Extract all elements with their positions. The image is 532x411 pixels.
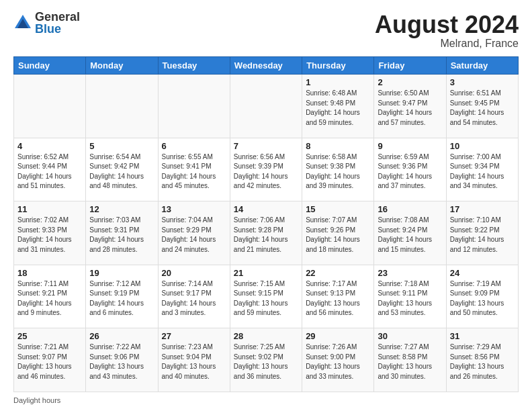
day-info: Sunrise: 6:52 AM Sunset: 9:44 PM Dayligh…	[17, 152, 82, 191]
weekday-header-sunday: Sunday	[14, 57, 86, 75]
day-number: 4	[17, 141, 82, 151]
calendar-cell: 14Sunrise: 7:06 AM Sunset: 9:28 PM Dayli…	[230, 201, 302, 265]
day-number: 5	[89, 141, 154, 151]
header: General Blue August 2024 Melrand, France	[13, 11, 519, 50]
day-number: 28	[234, 331, 298, 341]
day-number: 12	[89, 204, 154, 214]
day-number: 13	[162, 204, 226, 214]
calendar-cell: 20Sunrise: 7:14 AM Sunset: 9:17 PM Dayli…	[158, 265, 230, 328]
weekday-header-row: SundayMondayTuesdayWednesdayThursdayFrid…	[14, 57, 519, 75]
day-number: 27	[162, 331, 226, 341]
day-number: 17	[450, 204, 515, 214]
day-number: 22	[306, 268, 370, 278]
day-number: 25	[17, 331, 82, 341]
calendar-cell: 15Sunrise: 7:07 AM Sunset: 9:26 PM Dayli…	[302, 201, 374, 265]
day-info: Sunrise: 7:23 AM Sunset: 9:04 PM Dayligh…	[162, 342, 226, 381]
day-number: 19	[89, 268, 154, 278]
day-number: 31	[450, 331, 515, 341]
day-number: 10	[450, 141, 515, 151]
calendar-cell: 31Sunrise: 7:29 AM Sunset: 8:56 PM Dayli…	[446, 328, 518, 392]
day-info: Sunrise: 7:02 AM Sunset: 9:33 PM Dayligh…	[17, 216, 82, 255]
calendar-cell: 24Sunrise: 7:19 AM Sunset: 9:09 PM Dayli…	[446, 265, 518, 328]
calendar-cell: 30Sunrise: 7:27 AM Sunset: 8:58 PM Dayli…	[374, 328, 446, 392]
day-info: Sunrise: 6:56 AM Sunset: 9:39 PM Dayligh…	[234, 152, 298, 191]
calendar-cell: 19Sunrise: 7:12 AM Sunset: 9:19 PM Dayli…	[86, 265, 158, 328]
day-info: Sunrise: 6:58 AM Sunset: 9:38 PM Dayligh…	[306, 152, 370, 191]
day-info: Sunrise: 6:55 AM Sunset: 9:41 PM Dayligh…	[162, 152, 226, 191]
calendar-cell: 6Sunrise: 6:55 AM Sunset: 9:41 PM Daylig…	[158, 138, 230, 201]
calendar-cell: 13Sunrise: 7:04 AM Sunset: 9:29 PM Dayli…	[158, 201, 230, 265]
day-info: Sunrise: 7:07 AM Sunset: 9:26 PM Dayligh…	[306, 216, 370, 255]
calendar-cell: 3Sunrise: 6:51 AM Sunset: 9:45 PM Daylig…	[446, 75, 518, 138]
day-number: 24	[450, 268, 515, 278]
logo: General Blue	[13, 11, 80, 35]
day-info: Sunrise: 7:00 AM Sunset: 9:34 PM Dayligh…	[450, 152, 515, 191]
calendar-cell: 9Sunrise: 6:59 AM Sunset: 9:36 PM Daylig…	[374, 138, 446, 201]
calendar-cell: 22Sunrise: 7:17 AM Sunset: 9:13 PM Dayli…	[302, 265, 374, 328]
day-info: Sunrise: 7:25 AM Sunset: 9:02 PM Dayligh…	[234, 342, 298, 381]
day-info: Sunrise: 6:59 AM Sunset: 9:36 PM Dayligh…	[378, 152, 442, 191]
day-number: 30	[378, 331, 442, 341]
month-year: August 2024	[375, 11, 519, 39]
day-number: 9	[378, 141, 442, 151]
day-info: Sunrise: 7:15 AM Sunset: 9:15 PM Dayligh…	[234, 279, 298, 318]
day-number: 6	[162, 141, 226, 151]
day-info: Sunrise: 7:11 AM Sunset: 9:21 PM Dayligh…	[17, 279, 82, 318]
calendar-cell: 21Sunrise: 7:15 AM Sunset: 9:15 PM Dayli…	[230, 265, 302, 328]
weekday-header-thursday: Thursday	[302, 57, 374, 75]
day-info: Sunrise: 6:50 AM Sunset: 9:47 PM Dayligh…	[378, 89, 442, 128]
day-info: Sunrise: 7:17 AM Sunset: 9:13 PM Dayligh…	[306, 279, 370, 318]
calendar-cell: 28Sunrise: 7:25 AM Sunset: 9:02 PM Dayli…	[230, 328, 302, 392]
day-number: 20	[162, 268, 226, 278]
calendar-cell: 10Sunrise: 7:00 AM Sunset: 9:34 PM Dayli…	[446, 138, 518, 201]
calendar-cell: 26Sunrise: 7:22 AM Sunset: 9:06 PM Dayli…	[86, 328, 158, 392]
day-info: Sunrise: 6:54 AM Sunset: 9:42 PM Dayligh…	[89, 152, 154, 191]
calendar-cell: 11Sunrise: 7:02 AM Sunset: 9:33 PM Dayli…	[14, 201, 86, 265]
day-number: 1	[306, 77, 370, 87]
logo-general: General	[35, 11, 80, 23]
calendar-cell: 29Sunrise: 7:26 AM Sunset: 9:00 PM Dayli…	[302, 328, 374, 392]
week-row-4: 18Sunrise: 7:11 AM Sunset: 9:21 PM Dayli…	[14, 265, 519, 328]
day-info: Sunrise: 7:12 AM Sunset: 9:19 PM Dayligh…	[89, 279, 154, 318]
logo-blue: Blue	[35, 23, 80, 35]
calendar-cell: 5Sunrise: 6:54 AM Sunset: 9:42 PM Daylig…	[86, 138, 158, 201]
day-number: 16	[378, 204, 442, 214]
week-row-3: 11Sunrise: 7:02 AM Sunset: 9:33 PM Dayli…	[14, 201, 519, 265]
day-number: 14	[234, 204, 298, 214]
weekday-header-tuesday: Tuesday	[158, 57, 230, 75]
calendar-cell: 4Sunrise: 6:52 AM Sunset: 9:44 PM Daylig…	[14, 138, 86, 201]
day-info: Sunrise: 7:04 AM Sunset: 9:29 PM Dayligh…	[162, 216, 226, 255]
logo-icon	[13, 13, 32, 32]
day-info: Sunrise: 7:18 AM Sunset: 9:11 PM Dayligh…	[378, 279, 442, 318]
calendar-table: SundayMondayTuesdayWednesdayThursdayFrid…	[13, 56, 519, 392]
weekday-header-friday: Friday	[374, 57, 446, 75]
calendar-cell	[158, 75, 230, 138]
calendar-cell: 12Sunrise: 7:03 AM Sunset: 9:31 PM Dayli…	[86, 201, 158, 265]
calendar-cell: 7Sunrise: 6:56 AM Sunset: 9:39 PM Daylig…	[230, 138, 302, 201]
day-number: 29	[306, 331, 370, 341]
day-info: Sunrise: 6:51 AM Sunset: 9:45 PM Dayligh…	[450, 89, 515, 128]
calendar-cell: 23Sunrise: 7:18 AM Sunset: 9:11 PM Dayli…	[374, 265, 446, 328]
day-number: 23	[378, 268, 442, 278]
logo-text: General Blue	[35, 11, 80, 35]
day-number: 26	[89, 331, 154, 341]
day-info: Sunrise: 7:22 AM Sunset: 9:06 PM Dayligh…	[89, 342, 154, 381]
calendar-cell: 2Sunrise: 6:50 AM Sunset: 9:47 PM Daylig…	[374, 75, 446, 138]
day-number: 18	[17, 268, 82, 278]
day-number: 7	[234, 141, 298, 151]
day-info: Sunrise: 7:06 AM Sunset: 9:28 PM Dayligh…	[234, 216, 298, 255]
daylight-label: Daylight hours	[13, 396, 60, 404]
weekday-header-monday: Monday	[86, 57, 158, 75]
weekday-header-saturday: Saturday	[446, 57, 518, 75]
day-info: Sunrise: 7:08 AM Sunset: 9:24 PM Dayligh…	[378, 216, 442, 255]
calendar-cell: 8Sunrise: 6:58 AM Sunset: 9:38 PM Daylig…	[302, 138, 374, 201]
calendar-cell: 16Sunrise: 7:08 AM Sunset: 9:24 PM Dayli…	[374, 201, 446, 265]
title-block: August 2024 Melrand, France	[375, 11, 519, 50]
week-row-2: 4Sunrise: 6:52 AM Sunset: 9:44 PM Daylig…	[14, 138, 519, 201]
calendar-cell: 18Sunrise: 7:11 AM Sunset: 9:21 PM Dayli…	[14, 265, 86, 328]
day-info: Sunrise: 7:19 AM Sunset: 9:09 PM Dayligh…	[450, 279, 515, 318]
calendar-cell: 27Sunrise: 7:23 AM Sunset: 9:04 PM Dayli…	[158, 328, 230, 392]
calendar-cell	[14, 75, 86, 138]
day-info: Sunrise: 7:10 AM Sunset: 9:22 PM Dayligh…	[450, 216, 515, 255]
calendar-cell: 17Sunrise: 7:10 AM Sunset: 9:22 PM Dayli…	[446, 201, 518, 265]
